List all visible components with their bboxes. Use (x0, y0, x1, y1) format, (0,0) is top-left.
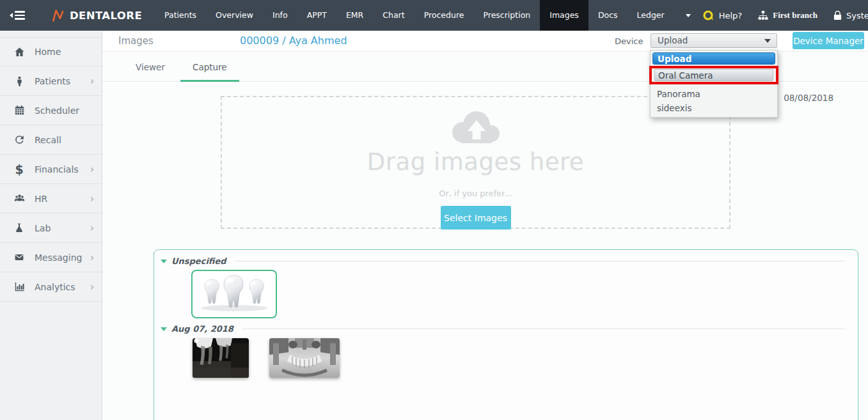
triangle-down-icon (161, 260, 167, 263)
image-gallery-panel: Unspecified (154, 249, 858, 420)
nav-item-procedure[interactable]: Procedure (414, 0, 474, 31)
tab-capture[interactable]: Capture (180, 54, 239, 82)
sidebar-item-label: Analytics (35, 282, 75, 292)
nav-item-images[interactable]: Images (540, 0, 588, 31)
nav-item-overview[interactable]: Overview (206, 0, 263, 31)
help-bubble-icon (702, 10, 715, 22)
branch-selector[interactable]: First branch (757, 10, 817, 21)
home-icon (11, 46, 28, 58)
sidebar-collapse-button[interactable] (10, 11, 25, 20)
nav-item-docs[interactable]: Docs (588, 0, 627, 31)
device-manager-button[interactable]: Device Manager (793, 32, 864, 49)
dollar-icon: $ (11, 162, 28, 176)
page-title: Images (118, 35, 154, 47)
panoramic-xray-thumbnail[interactable] (269, 338, 340, 378)
gallery-group-toggle-date[interactable]: Aug 07, 2018 (154, 321, 858, 334)
sidebar-item-label: Recall (35, 135, 61, 145)
envelope-icon (11, 252, 28, 263)
device-select[interactable]: Upload (651, 33, 777, 48)
nav-item-emr[interactable]: EMR (336, 0, 373, 31)
user-menu[interactable]: System Administrator (833, 10, 868, 21)
group-divider (235, 261, 845, 261)
dropdown-option-upload[interactable]: Upload (652, 52, 775, 65)
sidebar-item-hr[interactable]: HR › (0, 184, 102, 214)
sidebar-item-home[interactable]: Home (0, 37, 102, 66)
calendar-icon (11, 104, 28, 116)
sidebar-item-patients[interactable]: Patients › (0, 66, 102, 96)
dropdown-option-panorama[interactable]: Panorama (652, 88, 775, 100)
help-button[interactable]: Help? (702, 10, 743, 22)
nav-item-ledger[interactable]: Ledger (627, 0, 674, 31)
collapse-arrow-icon (10, 13, 13, 18)
sitemap-icon (757, 10, 769, 21)
tooth-render-thumbnail[interactable] (191, 270, 277, 318)
sidebar-item-label: Messaging (35, 253, 82, 263)
sidebar-item-label: Patients (35, 76, 70, 86)
capture-content: 08/08/2018 Drag images here Or, if you p… (102, 82, 868, 420)
nav-item-patients[interactable]: Patients (155, 0, 206, 31)
dentalore-logo-icon (51, 8, 65, 23)
dropzone-subtitle: Or, if you prefer... (222, 189, 729, 198)
sidebar-item-label: HR (35, 194, 47, 204)
device-label: Device (615, 36, 643, 46)
user-label: System Administrator (846, 11, 868, 20)
dropdown-option-sideexis[interactable]: sideexis (652, 102, 775, 114)
annotation-highlight-box: Oral Camera (649, 66, 778, 84)
chevron-down-icon (764, 39, 771, 43)
tab-viewer[interactable]: Viewer (123, 54, 177, 82)
periapical-xray-thumbnail[interactable] (193, 338, 249, 378)
nav-overflow-button[interactable] (674, 0, 702, 31)
brand-logo[interactable]: DENTALORE (51, 8, 142, 23)
gallery-group-label: Aug 07, 2018 (171, 324, 233, 334)
sidebar-item-messaging[interactable]: Messaging › (0, 243, 102, 272)
chevron-down-icon (686, 14, 691, 17)
triangle-down-icon (161, 327, 167, 331)
device-dropdown-list: Upload Oral Camera Panorama sideexis (650, 50, 778, 118)
chevron-right-icon: › (90, 193, 94, 205)
lock-icon (833, 10, 842, 21)
gallery-group-toggle-unspecified[interactable]: Unspecified (154, 253, 858, 266)
sidebar-item-lab[interactable]: Lab › (0, 214, 102, 243)
sidebar-item-scheduler[interactable]: Scheduler (0, 96, 102, 125)
dropdown-option-oral-camera[interactable]: Oral Camera (654, 69, 773, 81)
sidebar-item-recall[interactable]: Recall (0, 125, 102, 155)
sidebar-item-analytics[interactable]: Analytics › (0, 272, 102, 302)
help-label: Help? (719, 11, 743, 20)
nav-item-chart[interactable]: Chart (373, 0, 414, 31)
main-nav: Patients Overview Info APPT EMR Chart Pr… (155, 0, 702, 31)
sidebar-item-label: Lab (35, 223, 51, 233)
dropzone-title: Drag images here (222, 148, 729, 176)
device-select-value: Upload (651, 34, 777, 47)
flask-icon (11, 222, 28, 234)
recall-refresh-icon (11, 134, 28, 146)
sidebar-item-label: Home (35, 47, 61, 57)
brand-name: DENTALORE (70, 10, 142, 22)
hamburger-icon (15, 11, 25, 20)
patient-link[interactable]: 000009 / Aya Ahmed (240, 35, 347, 47)
chevron-right-icon: › (90, 281, 94, 293)
nav-item-prescription[interactable]: Prescription (473, 0, 540, 31)
chevron-right-icon: › (90, 75, 94, 87)
sidebar-item-label: Financials (35, 164, 79, 175)
chevron-right-icon: › (90, 252, 94, 263)
bar-chart-icon (11, 281, 28, 293)
select-images-button[interactable]: Select Images (441, 206, 511, 229)
people-icon (11, 192, 28, 205)
group-divider (242, 329, 845, 329)
capture-date: 08/08/2018 (784, 93, 833, 103)
patient-icon (11, 75, 28, 88)
nav-item-info[interactable]: Info (263, 0, 297, 31)
chevron-right-icon: › (90, 222, 94, 234)
chevron-right-icon: › (90, 164, 94, 175)
sidebar: Home Patients › Scheduler Recall $ Finan… (0, 31, 102, 420)
gallery-group-label: Unspecified (171, 256, 226, 266)
page-header: Images 000009 / Aya Ahmed Device Upload … (102, 31, 868, 52)
top-navigation-bar: DENTALORE Patients Overview Info APPT EM… (0, 0, 868, 31)
branch-label: First branch (773, 10, 817, 20)
sidebar-item-financials[interactable]: $ Financials › (0, 155, 102, 184)
sidebar-item-label: Scheduler (35, 105, 79, 116)
nav-item-appt[interactable]: APPT (297, 0, 336, 31)
